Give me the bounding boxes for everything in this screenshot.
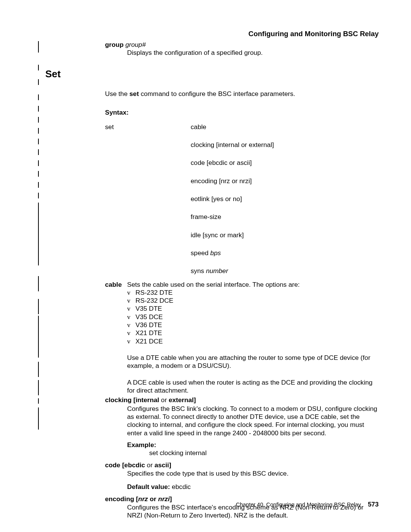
list-item: RS-232 DCE <box>127 297 379 305</box>
cable-term: cable <box>105 281 127 395</box>
cable-list: RS-232 DTE RS-232 DCE V35 DTE V35 DCE V3… <box>127 289 379 345</box>
code-desc: Specifies the code type that is used by … <box>127 470 379 478</box>
list-item: RS-232 DTE <box>127 289 379 297</box>
def-group-text: Displays the configuration of a specifie… <box>127 49 263 56</box>
set-intro-post: command to configure the BSC interface p… <box>139 90 295 97</box>
code-default: Default value: ebcdic <box>127 483 379 491</box>
term-group-label: group <box>105 41 124 48</box>
syntax-opt-idle: idle [sync or mark] <box>191 231 379 239</box>
cable-p2: A DCE cable is used when the router is a… <box>127 379 379 395</box>
clocking-term: clocking [internal or external] <box>105 396 379 404</box>
list-item: V36 DTE <box>127 321 379 329</box>
running-title: Configuring and Monitoring BSC Relay <box>249 30 379 38</box>
example-text: set clocking internal <box>149 449 379 457</box>
syntax-opt-syns: syns number <box>191 267 379 275</box>
page-footer: Chapter 40. Configuring and Monitoring B… <box>236 500 379 508</box>
list-item: X21 DTE <box>127 329 379 337</box>
set-intro-pre: Use the <box>105 90 129 97</box>
syntax-opt-framesize: frame-size <box>191 213 379 221</box>
syntax-opt-eotlink: eotlink [yes or no] <box>191 195 379 203</box>
term-group-arg: group# <box>125 41 146 48</box>
syntax-opt-encoding: encoding [nrz or nrzi] <box>191 177 379 185</box>
footer-chapter: Chapter 40. Configuring and Monitoring B… <box>236 502 361 508</box>
set-intro: Use the set command to configure the BSC… <box>105 90 379 98</box>
clocking-example: Example: set clocking internal <box>127 441 379 457</box>
running-header: Configuring and Monitoring BSC Relay <box>249 30 379 38</box>
example-label: Example: <box>127 441 379 449</box>
cable-p1: Use a DTE cable when you are attaching t… <box>127 354 379 370</box>
cable-body: Sets the cable used on the serial interf… <box>127 281 379 395</box>
syntax-label: Syntax: <box>105 109 379 117</box>
syntax-opt-speed: speed bps <box>191 249 379 257</box>
page: Configuring and Monitoring BSC Relay gro… <box>0 0 411 532</box>
syntax-opt-code: code [ebcdic or ascii] <box>191 159 379 167</box>
syntax-cmd: set <box>105 123 191 131</box>
syntax-opt-cable: cable <box>191 123 379 131</box>
section-title-set: Set <box>45 68 379 80</box>
footer-page-number: 573 <box>368 501 379 508</box>
clocking-desc: Configures the BSC link's clocking. To c… <box>127 405 379 437</box>
list-item: V35 DCE <box>127 313 379 321</box>
def-group: Displays the configuration of a specifie… <box>127 49 379 57</box>
list-item: V35 DTE <box>127 305 379 313</box>
set-intro-cmd: set <box>129 90 139 97</box>
changebar-column <box>38 41 41 486</box>
cable-lead: Sets the cable used on the serial interf… <box>127 281 379 289</box>
term-group: group group# <box>105 41 379 49</box>
body-column: group group# Displays the configuration … <box>45 41 379 520</box>
list-item: X21 DCE <box>127 337 379 345</box>
code-term: code [ebcdic or ascii] <box>105 461 379 469</box>
syntax-opt-clocking: clocking [internal or external] <box>191 141 379 149</box>
